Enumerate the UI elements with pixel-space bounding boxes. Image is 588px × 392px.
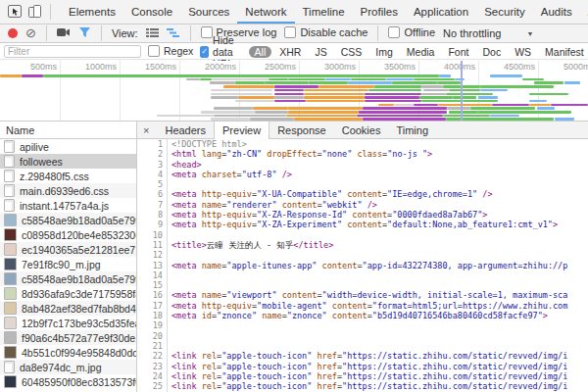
waterfall-bar	[274, 89, 304, 92]
request-row[interactable]: instant.14757a4a.js	[0, 198, 136, 213]
waterfall-bar	[306, 100, 365, 103]
request-row[interactable]: da8e974dc_m.jpg	[0, 360, 136, 374]
tab-console[interactable]: Console	[123, 0, 180, 24]
tab-security[interactable]: Security	[476, 0, 533, 24]
code-line: <link rel="apple-touch-icon" href="https…	[168, 362, 588, 371]
tab-profiles[interactable]: Profiles	[353, 0, 406, 24]
request-row[interactable]: 8ab482aef38ed7fab8bd4314...	[0, 301, 136, 316]
tab-timeline[interactable]: Timeline	[295, 0, 353, 24]
detail-tab-cookies[interactable]: Cookies	[334, 122, 389, 139]
waterfall-bar	[304, 93, 365, 96]
waterfall-bar	[288, 107, 363, 110]
waterfall-bar	[490, 74, 522, 77]
filter-type-manifest[interactable]: Manifest	[539, 46, 588, 58]
waterfall-bar	[365, 100, 421, 103]
code-line: <title>云瞳 关注的人 - 知乎</title>	[168, 240, 588, 250]
line-number: 24	[137, 371, 167, 381]
checkbox-icon[interactable]	[388, 26, 400, 38]
request-row[interactable]: ec1940365a5e21281ee71856...	[0, 242, 136, 257]
clear-icon[interactable]: ⊘	[25, 28, 36, 38]
tab-elements[interactable]: Elements	[61, 0, 123, 24]
tab-sources[interactable]: Sources	[180, 0, 237, 24]
line-number: 2	[137, 149, 167, 159]
waterfall-bar	[318, 85, 374, 88]
disable-cache-checkbox[interactable]: Disable cache	[284, 26, 368, 38]
filter-type-xhr[interactable]: XHR	[273, 46, 307, 58]
waterfall-bar	[490, 115, 519, 118]
image-thumbnail-icon	[4, 302, 17, 315]
waterfall-bar	[294, 118, 363, 121]
filter-type-js[interactable]: JS	[309, 46, 332, 58]
devtools-tabbar: ElementsConsoleSourcesNetworkTimelinePro…	[0, 0, 588, 24]
record-icon[interactable]	[8, 28, 18, 38]
waterfall-view-icon[interactable]	[167, 27, 180, 40]
detail-tab-preview[interactable]: Preview	[214, 122, 270, 139]
request-row[interactable]: f90a6c4b572a77e9f30de153...	[0, 330, 136, 345]
request-row[interactable]: z.298480f5.css	[0, 169, 136, 183]
request-row[interactable]: 12b9f7c173be93c5d35fea2d...	[0, 316, 136, 330]
filter-icon[interactable]	[78, 26, 91, 40]
device-toolbar-icon[interactable]	[28, 5, 41, 20]
request-row[interactable]: apilive	[0, 139, 136, 154]
tab-network[interactable]: Network	[237, 0, 294, 24]
regex-checkbox[interactable]: Regex	[148, 45, 193, 57]
filter-type-ws[interactable]: WS	[509, 46, 537, 58]
close-icon[interactable]: ×	[143, 124, 149, 136]
line-number: 10	[137, 230, 167, 240]
waterfall-bar	[186, 78, 200, 81]
detail-tab-response[interactable]: Response	[270, 122, 334, 139]
request-name: c58548ae9b18ad0a5e79fe4e...	[22, 273, 136, 285]
list-view-icon[interactable]	[146, 27, 159, 40]
throttling-select[interactable]: No throttling	[443, 27, 501, 39]
file-icon	[4, 155, 15, 168]
line-number: 23	[137, 362, 167, 371]
filter-type-doc[interactable]: Doc	[476, 46, 507, 58]
filter-input[interactable]	[4, 45, 141, 58]
request-row[interactable]: 60485950f08ec8313573f0e7	[0, 374, 136, 389]
detail-tab-headers[interactable]: Headers	[157, 122, 214, 139]
network-overview[interactable]: 500ms1000ms1500ms2000ms2500ms3000ms3500m…	[0, 61, 588, 122]
request-name: apilive	[20, 141, 49, 153]
filter-type-font[interactable]: Font	[442, 46, 474, 58]
checkbox-icon[interactable]	[284, 26, 296, 38]
waterfall-bar	[392, 81, 437, 84]
waterfall-bar	[359, 111, 447, 114]
request-row[interactable]: c08958d120be4e853230649...	[0, 227, 136, 242]
offline-checkbox[interactable]: Offline	[388, 26, 435, 38]
line-number: 13	[137, 261, 167, 270]
waterfall-bar	[265, 81, 309, 84]
request-row[interactable]: 7e91f8c90_m.jpg	[0, 257, 136, 271]
inspect-element-icon[interactable]	[8, 5, 22, 20]
divider	[101, 25, 102, 41]
filter-type-img[interactable]: Img	[369, 46, 399, 58]
checkbox-icon[interactable]: ✓	[200, 46, 209, 58]
waterfall-bar	[446, 93, 493, 96]
checkbox-icon[interactable]	[148, 45, 160, 57]
ruler-tick-label: 1000ms	[85, 62, 120, 72]
tab-audits[interactable]: Audits	[533, 0, 580, 24]
request-row[interactable]: followees	[0, 154, 136, 169]
name-column-header[interactable]: Name	[0, 122, 136, 139]
chevron-down-icon[interactable]: ▼	[526, 30, 533, 37]
network-toolbar: ⊘ View: Preserve log Disable cache Offli…	[0, 24, 588, 43]
code-line: <!DOCTYPE html>	[168, 139, 588, 149]
request-row[interactable]: 4b551c0f994e95848d0dda09...	[0, 345, 136, 360]
waterfall-bar	[325, 78, 351, 81]
filter-type-css[interactable]: CSS	[335, 46, 368, 58]
request-row[interactable]: c58548ae9b18ad0a5e79fe4e...	[0, 271, 136, 286]
request-row[interactable]: main.d6939ed6.css	[0, 183, 136, 198]
waterfall-bar	[414, 104, 438, 107]
waterfall-bar	[357, 115, 443, 118]
tab-application[interactable]: Application	[406, 0, 476, 24]
line-number: 7	[137, 200, 167, 210]
detail-tab-timing[interactable]: Timing	[388, 122, 436, 139]
request-row[interactable]: 8d936afa9c3de7175958fae5...	[0, 286, 136, 301]
filter-type-media[interactable]: Media	[401, 46, 441, 58]
capture-screenshots-icon[interactable]	[57, 27, 71, 39]
request-row[interactable]: c58548ae9b18ad0a5e79fe4e...	[0, 213, 136, 227]
tab-adblock-plus[interactable]: Adblock Plus	[580, 0, 588, 24]
preview-code-view[interactable]: 1234567891011121314151617181920212223242…	[137, 139, 588, 392]
code-line: <meta id="znonce" name="znonce" content=…	[168, 311, 588, 320]
filter-type-all[interactable]: All	[249, 46, 272, 58]
code-line: <html lang="zh-CN" dropEffect="none" cla…	[168, 149, 588, 159]
